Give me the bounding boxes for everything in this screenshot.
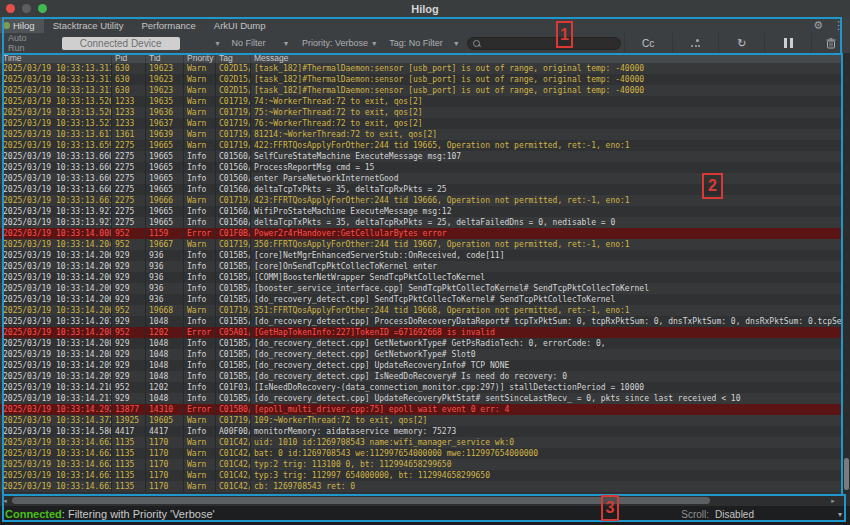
trash-icon[interactable]: [811, 33, 850, 53]
annotation-badge-2: 2: [702, 173, 723, 199]
match-case-button[interactable]: Cc: [624, 33, 672, 53]
column-header-message[interactable]: Message: [251, 53, 843, 63]
filter-select[interactable]: No Filter ▾: [232, 38, 289, 48]
log-rows: 2025/03/19 10:33:13.311 630 19623 Warn C…: [0, 63, 843, 495]
log-row[interactable]: 2025/03/19 10:33:13.311 630 19623 Warn C…: [0, 74, 843, 85]
log-row[interactable]: 2025/03/19 10:33:13.526 1233 19635 Warn …: [0, 96, 843, 107]
log-row[interactable]: 2025/03/19 10:33:13.660 2275 19665 Info …: [0, 151, 843, 162]
log-table-header: Time Pid Tid Priority Tag Message: [0, 53, 843, 63]
log-row[interactable]: 2025/03/19 10:33:14.662 1135 1170 Warn C…: [0, 448, 843, 459]
chevron-down-icon: ▾: [838, 510, 842, 519]
chevron-down-icon: ▾: [454, 39, 458, 48]
log-row[interactable]: 2025/03/19 10:33:14.209 929 1048 Info C0…: [0, 360, 843, 371]
log-row[interactable]: 2025/03/19 10:33:14.586 4417 4417 Info A…: [0, 426, 843, 437]
status-bar: Connected : Filtering with Priority 'Ver…: [0, 506, 850, 522]
vertical-scrollbar-thumb[interactable]: [844, 458, 849, 490]
search-box[interactable]: [467, 37, 620, 50]
log-row[interactable]: 2025/03/19 10:33:13.927 2275 19665 Info …: [0, 217, 843, 228]
kebab-menu-icon[interactable]: ⋮: [833, 20, 844, 31]
refresh-icon[interactable]: ↻: [718, 33, 764, 53]
device-select[interactable]: Connected Device ▾: [62, 37, 220, 50]
log-row[interactable]: 2025/03/19 10:33:14.206 929 936 Info C01…: [0, 294, 843, 305]
log-row[interactable]: 2025/03/19 10:33:14.206 952 19668 Warn C…: [0, 305, 843, 316]
column-header-tid[interactable]: Tid: [146, 53, 184, 63]
titlebar: Hilog: [0, 0, 850, 17]
log-row[interactable]: 2025/03/19 10:33:14.206 929 936 Info C01…: [0, 283, 843, 294]
log-row[interactable]: 2025/03/19 10:33:14.008 952 1159 Error C…: [0, 228, 843, 239]
device-select-value[interactable]: Connected Device: [62, 37, 180, 50]
log-row[interactable]: 2025/03/19 10:33:14.208 952 1202 Error C…: [0, 327, 843, 338]
log-row[interactable]: 2025/03/19 10:33:14.292 13877 14310 Erro…: [0, 404, 843, 415]
vertical-scrollbar[interactable]: ▼: [843, 53, 850, 495]
chevron-down-icon: ▾: [372, 39, 376, 48]
log-row[interactable]: 2025/03/19 10:33:14.206 929 936 Info C01…: [0, 261, 843, 272]
settings-gear-icon[interactable]: ⚙: [813, 20, 823, 31]
log-row[interactable]: 2025/03/19 10:33:13.311 630 19623 Warn C…: [0, 85, 843, 96]
log-row[interactable]: 2025/03/19 10:33:13.617 1361 19639 Warn …: [0, 129, 843, 140]
tab-arkui-dump[interactable]: ArkUI Dump: [205, 17, 275, 33]
log-row[interactable]: 2025/03/19 10:33:14.663 1135 1170 Warn C…: [0, 470, 843, 481]
column-header-time[interactable]: Time: [0, 53, 112, 63]
scroll-left-arrow-icon[interactable]: ◂: [0, 497, 10, 505]
log-row[interactable]: 2025/03/19 10:33:14.209 929 1048 Info C0…: [0, 371, 843, 382]
column-header-tag[interactable]: Tag: [216, 53, 251, 63]
window-title: Hilog: [0, 3, 850, 15]
log-row[interactable]: 2025/03/19 10:33:14.372 13925 19605 Warn…: [0, 415, 843, 426]
chevron-down-icon: ▾: [216, 39, 220, 48]
log-row[interactable]: 2025/03/19 10:33:13.526 1233 19636 Warn …: [0, 107, 843, 118]
tab-performance[interactable]: Performance: [132, 17, 204, 33]
log-row[interactable]: 2025/03/19 10:33:14.210 952 1202 Info C0…: [0, 382, 843, 393]
annotation-badge-3: 3: [601, 495, 619, 521]
log-row[interactable]: 2025/03/19 10:33:14.662 1135 1170 Warn C…: [0, 437, 843, 448]
log-row[interactable]: 2025/03/19 10:33:14.207 929 1048 Info C0…: [0, 316, 843, 327]
search-icon: [473, 40, 480, 47]
log-row[interactable]: 2025/03/19 10:33:13.660 2275 19665 Info …: [0, 162, 843, 173]
column-header-pid[interactable]: Pid: [112, 53, 146, 63]
scroll-mode-value: Disabled: [715, 509, 754, 520]
horizontal-scrollbar[interactable]: ◂ ▸: [0, 495, 850, 506]
chevron-down-icon: ▾: [284, 39, 288, 48]
log-row[interactable]: 2025/03/19 10:33:14.204 952 19667 Warn C…: [0, 239, 843, 250]
device-status-dot-icon: [3, 22, 10, 29]
scroll-mode-label: Scroll:: [681, 509, 709, 520]
log-row[interactable]: 2025/03/19 10:33:13.927 2275 19665 Info …: [0, 206, 843, 217]
connection-status: Connected: [5, 508, 62, 520]
pause-icon[interactable]: [764, 33, 811, 53]
log-row[interactable]: 2025/03/19 10:33:14.662 1135 1170 Warn C…: [0, 459, 843, 470]
column-header-priority[interactable]: Priority: [184, 53, 216, 63]
log-row[interactable]: 2025/03/19 10:33:14.208 929 1048 Info C0…: [0, 349, 843, 360]
scroll-mode-select[interactable]: Scroll: Disabled ▾: [681, 509, 850, 520]
tab-hilog[interactable]: Hilog: [0, 17, 44, 33]
annotation-badge-1: 1: [556, 21, 573, 48]
log-row[interactable]: 2025/03/19 10:33:14.211 929 1048 Info C0…: [0, 393, 843, 404]
log-row[interactable]: 2025/03/19 10:33:13.311 630 19623 Warn C…: [0, 63, 843, 74]
hilog-window: Hilog Hilog Stacktrace Utility Performan…: [0, 0, 850, 525]
priority-select[interactable]: Priority: Verbose ▾: [302, 38, 376, 48]
log-row[interactable]: 2025/03/19 10:33:14.663 1135 1170 Warn C…: [0, 481, 843, 492]
log-row[interactable]: 2025/03/19 10:33:13.527 1233 19637 Warn …: [0, 118, 843, 129]
log-row[interactable]: 2025/03/19 10:33:14.206 929 936 Info C01…: [0, 250, 843, 261]
tab-stacktrace-utility[interactable]: Stacktrace Utility: [44, 17, 133, 33]
log-row[interactable]: 2025/03/19 10:33:14.208 929 1048 Info C0…: [0, 338, 843, 349]
scroll-right-arrow-icon[interactable]: ▸: [828, 497, 838, 505]
log-search-input[interactable]: [484, 37, 614, 49]
dot-grid-icon[interactable]: [672, 33, 719, 53]
log-row[interactable]: 2025/03/19 10:33:14.206 929 936 Info C01…: [0, 272, 843, 283]
toolbar: Auto Run Connected Device ▾ No Filter ▾ …: [0, 33, 850, 53]
auto-run-button[interactable]: Auto Run: [8, 33, 45, 53]
tab-strip: Hilog Stacktrace Utility Performance Ark…: [0, 17, 850, 33]
status-message: : Filtering with Priority 'Verbose': [62, 508, 215, 520]
tag-filter-select[interactable]: Tag: No Filter ▾: [389, 38, 458, 48]
log-row[interactable]: 2025/03/19 10:33:13.659 2275 19665 Warn …: [0, 140, 843, 151]
